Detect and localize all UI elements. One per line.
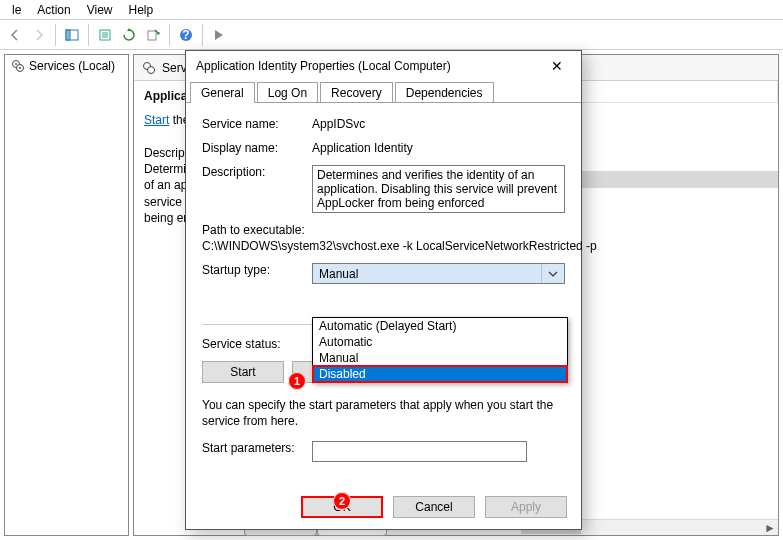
menubar: le Action View Help	[0, 0, 783, 20]
scroll-right-icon[interactable]: ►	[762, 520, 778, 536]
dropdown-option[interactable]: Manual	[313, 350, 567, 366]
help-text: You can specify the start parameters tha…	[202, 397, 565, 429]
dropdown-option[interactable]: Disabled	[313, 366, 567, 382]
refresh-button[interactable]	[118, 24, 140, 46]
value-description[interactable]	[312, 165, 565, 213]
forward-button[interactable]	[28, 24, 50, 46]
start-button[interactable]: Start	[202, 361, 284, 383]
tab-recovery[interactable]: Recovery	[320, 82, 393, 102]
dialog-title: Application Identity Properties (Local C…	[196, 59, 451, 73]
startup-type-combo[interactable]: Manual	[312, 263, 565, 284]
tree-node-services[interactable]: Services (Local)	[11, 59, 122, 73]
label-description: Description:	[202, 165, 312, 179]
separator	[202, 24, 203, 46]
help-button[interactable]: ?	[175, 24, 197, 46]
label-start-params: Start parameters:	[202, 441, 312, 455]
start-service-button[interactable]	[208, 24, 230, 46]
dialog-body: Service name:AppIDSvc Display name:Appli…	[186, 103, 581, 485]
start-service-link[interactable]: Start	[144, 113, 169, 127]
svg-rect-1	[66, 30, 70, 40]
menu-help[interactable]: Help	[121, 1, 162, 19]
tab-logon[interactable]: Log On	[257, 82, 318, 102]
callout-2: 2	[333, 492, 351, 510]
toolbar: ?	[0, 20, 783, 50]
separator	[88, 24, 89, 46]
services-icon	[11, 59, 25, 73]
cancel-button[interactable]: Cancel	[393, 496, 475, 518]
label-service-status: Service status:	[202, 337, 312, 351]
apply-button: Apply	[485, 496, 567, 518]
svg-text:?: ?	[182, 28, 189, 42]
callout-1: 1	[288, 372, 306, 390]
dropdown-option[interactable]: Automatic (Delayed Start)	[313, 318, 567, 334]
chevron-down-icon	[541, 264, 558, 283]
tab-general[interactable]: General	[190, 82, 255, 103]
dialog-footer: OK Cancel Apply	[186, 485, 581, 529]
separator	[169, 24, 170, 46]
startup-type-dropdown[interactable]: Automatic (Delayed Start)AutomaticManual…	[312, 317, 568, 383]
label-service-name: Service name:	[202, 117, 312, 131]
menu-file[interactable]: le	[4, 1, 29, 19]
services-icon	[142, 61, 156, 75]
menu-action[interactable]: Action	[29, 1, 78, 19]
value-path: C:\WINDOWS\system32\svchost.exe -k Local…	[202, 239, 597, 253]
svg-point-8	[15, 63, 17, 65]
tree-pane: Services (Local)	[4, 54, 129, 536]
back-button[interactable]	[4, 24, 26, 46]
start-parameters-input[interactable]	[312, 441, 527, 462]
tree-label: Services (Local)	[29, 59, 115, 73]
tab-dependencies[interactable]: Dependencies	[395, 82, 494, 102]
combo-selected: Manual	[319, 267, 358, 281]
close-icon[interactable]: ✕	[543, 55, 571, 77]
label-path: Path to executable:	[202, 223, 305, 237]
export-list-button[interactable]	[94, 24, 116, 46]
svg-point-9	[19, 67, 21, 69]
export-button[interactable]	[142, 24, 164, 46]
menu-view[interactable]: View	[79, 1, 121, 19]
value-display-name: Application Identity	[312, 141, 565, 155]
properties-dialog: Application Identity Properties (Local C…	[185, 50, 582, 530]
show-hide-tree-button[interactable]	[61, 24, 83, 46]
dialog-tabs: General Log On Recovery Dependencies	[186, 81, 581, 103]
svg-point-11	[148, 66, 155, 73]
value-service-name: AppIDSvc	[312, 117, 565, 131]
svg-rect-3	[148, 31, 156, 40]
dropdown-option[interactable]: Automatic	[313, 334, 567, 350]
label-startup-type: Startup type:	[202, 263, 312, 277]
label-display-name: Display name:	[202, 141, 312, 155]
dialog-titlebar[interactable]: Application Identity Properties (Local C…	[186, 51, 581, 81]
separator	[55, 24, 56, 46]
